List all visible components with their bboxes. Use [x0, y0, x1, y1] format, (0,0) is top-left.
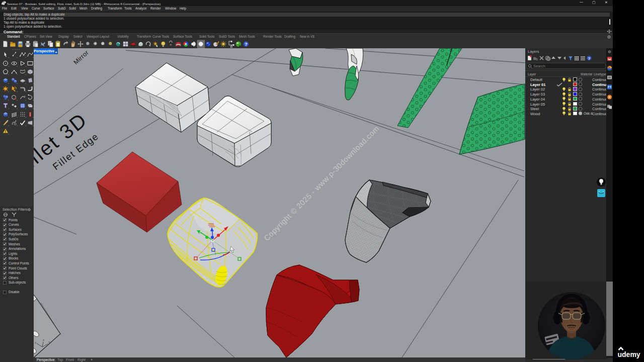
svg-text:z: z	[43, 338, 44, 341]
svg-text:x: x	[48, 340, 50, 343]
svg-text:?: ?	[245, 42, 248, 47]
svg-text:b: b	[536, 57, 538, 61]
svg-text:udemy: udemy	[618, 350, 640, 358]
svg-text:?: ?	[588, 56, 591, 61]
svg-text:y: y	[35, 341, 36, 344]
